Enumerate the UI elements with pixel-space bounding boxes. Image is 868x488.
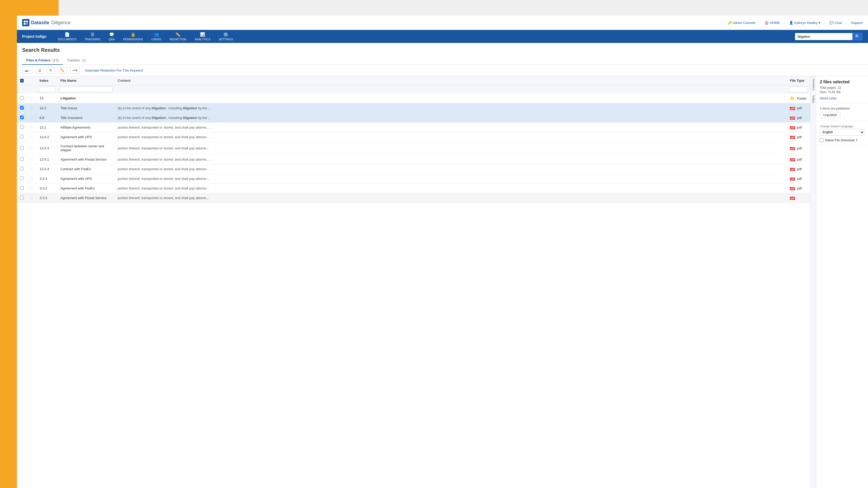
row-checkbox-cell[interactable] <box>17 93 27 103</box>
star-icon[interactable]: ☆ <box>30 167 33 171</box>
row-checkbox-cell[interactable] <box>17 132 27 142</box>
filename-header[interactable]: File Name <box>57 76 115 85</box>
filetype-filter[interactable] <box>789 87 808 92</box>
star-icon[interactable]: ☆ <box>30 176 33 181</box>
row-checkbox-cell[interactable] <box>17 193 27 203</box>
star-icon[interactable]: ☆ <box>30 96 33 100</box>
send-links-button[interactable]: Send Links <box>820 96 836 100</box>
native-file-download-checkbox[interactable] <box>820 138 824 142</box>
toolbar: ☁↑ 🖨 ↻ ✏️ ↩▾ Automate Redaction For This… <box>17 65 868 76</box>
pdf-icon: pdf <box>790 197 795 200</box>
upload-button[interactable]: ☁↑ <box>22 67 32 74</box>
undo-button[interactable]: ↩▾ <box>70 67 80 74</box>
row-checkbox[interactable] <box>20 96 24 100</box>
permissions-icon: 🔒 <box>130 32 136 37</box>
star-cell[interactable]: ☆ <box>27 93 36 103</box>
nav-item-settings[interactable]: ⚙️ SETTINGS <box>215 30 237 42</box>
index-header[interactable]: Index <box>36 76 57 85</box>
nav-item-redaction[interactable]: ✏️ REDACTION <box>166 30 190 42</box>
star-cell[interactable]: ☆ <box>27 174 36 184</box>
chat-link[interactable]: 💬 Chat <box>830 21 842 25</box>
row-checkbox[interactable] <box>20 186 24 190</box>
star-icon[interactable]: ☆ <box>30 135 33 139</box>
nav-item-qanda[interactable]: 💬 Q&A <box>105 30 118 42</box>
unpublish-button[interactable]: Unpublish <box>820 112 840 118</box>
row-checkbox[interactable] <box>20 116 24 119</box>
user-icon: 👤 <box>789 21 794 25</box>
admin-console-link[interactable]: 🔑 Admin Console <box>727 21 755 25</box>
star-icon[interactable]: ☆ <box>30 125 33 129</box>
qanda-icon: 💬 <box>109 32 114 37</box>
row-checkbox-cell[interactable] <box>17 142 27 155</box>
row-checkbox-cell[interactable] <box>17 184 27 193</box>
row-checkbox-cell[interactable] <box>17 103 27 113</box>
filters-tab[interactable]: Filters <box>810 93 816 106</box>
star-cell[interactable]: ☆ <box>27 113 36 123</box>
row-checkbox-cell[interactable] <box>17 174 27 184</box>
nav-item-analytics[interactable]: 📊 ANALYTICS <box>191 30 214 42</box>
edit-button[interactable]: ✏️ <box>58 67 67 74</box>
search-button[interactable]: 🔍 <box>852 33 863 41</box>
star-icon[interactable]: ☆ <box>30 186 33 190</box>
filetype-cell: pdf pdf <box>787 132 810 142</box>
language-select[interactable]: English French German Spanish Japanese <box>820 129 864 136</box>
nav-items: 📄 DOCUMENTS ☰ TRACKERS 💬 Q&A 🔒 PERMISSIO… <box>54 30 795 42</box>
star-icon[interactable]: ☆ <box>30 106 33 110</box>
filename-filter[interactable] <box>59 87 113 92</box>
tab-files-folders[interactable]: Files & Folders (17) <box>22 56 63 65</box>
columns-tab[interactable]: Columns <box>810 76 816 93</box>
refresh-button[interactable]: ↻ <box>47 67 55 74</box>
select-all-header[interactable]: − <box>17 76 27 85</box>
star-cell[interactable]: ☆ <box>27 132 36 142</box>
row-checkbox[interactable] <box>20 146 24 150</box>
star-icon[interactable]: ☆ <box>30 157 33 161</box>
row-checkbox[interactable] <box>20 176 24 180</box>
row-checkbox-cell[interactable] <box>17 113 27 123</box>
automate-redaction-link[interactable]: Automate Redaction For This Keyword <box>85 68 143 72</box>
native-file-download-label: Native File Download <box>825 138 855 142</box>
info-icon[interactable]: ℹ <box>856 138 857 142</box>
content-header[interactable]: Content <box>115 76 787 85</box>
filetype-cell: pdf pdf <box>787 123 810 132</box>
row-checkbox-cell[interactable] <box>17 164 27 174</box>
table-row: ☆ 3.3.4 Agreement with UPS portion there… <box>17 174 810 184</box>
filename-cell: Agreement with UPS <box>57 132 115 142</box>
tab-trackers[interactable]: Trackers (0) <box>63 56 90 65</box>
filetype-header[interactable]: File Type <box>787 76 810 85</box>
deselect-all-checkbox[interactable]: − <box>20 79 24 83</box>
star-cell[interactable]: ☆ <box>27 164 36 174</box>
star-cell[interactable]: ☆ <box>27 184 36 193</box>
user-menu[interactable]: 👤 Kathryn Hadley ▾ <box>789 21 820 25</box>
home-link[interactable]: 🏠 HOME <box>765 21 780 25</box>
home-icon: 🏠 <box>765 21 770 25</box>
star-cell[interactable]: ☆ <box>27 155 36 164</box>
star-icon[interactable]: ☆ <box>30 115 33 120</box>
row-checkbox-cell[interactable] <box>17 155 27 164</box>
page-title: Search Results <box>22 47 863 53</box>
star-icon[interactable]: ☆ <box>30 146 33 150</box>
star-icon[interactable]: ☆ <box>30 195 33 200</box>
row-checkbox[interactable] <box>20 196 24 199</box>
row-checkbox[interactable] <box>20 167 24 170</box>
project-name: Project Indigo <box>22 34 46 38</box>
key-icon: 🔑 <box>727 21 733 25</box>
nav-item-users[interactable]: 👥 USERS <box>148 30 165 42</box>
row-checkbox[interactable] <box>20 106 24 109</box>
search-box: 🔍 <box>795 33 863 41</box>
print-button[interactable]: 🖨 <box>35 67 44 74</box>
row-checkbox-cell[interactable] <box>17 123 27 132</box>
star-cell[interactable]: ☆ <box>27 123 36 132</box>
support-link[interactable]: Support <box>851 21 863 25</box>
row-checkbox[interactable] <box>20 157 24 161</box>
row-checkbox[interactable] <box>20 125 24 129</box>
nav-item-trackers[interactable]: ☰ TRACKERS <box>81 30 104 42</box>
row-checkbox[interactable] <box>20 135 24 138</box>
index-filter[interactable] <box>38 87 55 92</box>
star-cell[interactable]: ☆ <box>27 142 36 155</box>
nav-item-permissions[interactable]: 🔒 PERMISSIONS <box>119 30 146 42</box>
star-cell[interactable]: ☆ <box>27 193 36 203</box>
search-input[interactable] <box>795 33 852 40</box>
nav-item-documents[interactable]: 📄 DOCUMENTS <box>54 30 80 42</box>
main-content: Search Results Files & Folders (17) Trac… <box>17 43 868 488</box>
star-cell[interactable]: ☆ <box>27 103 36 113</box>
